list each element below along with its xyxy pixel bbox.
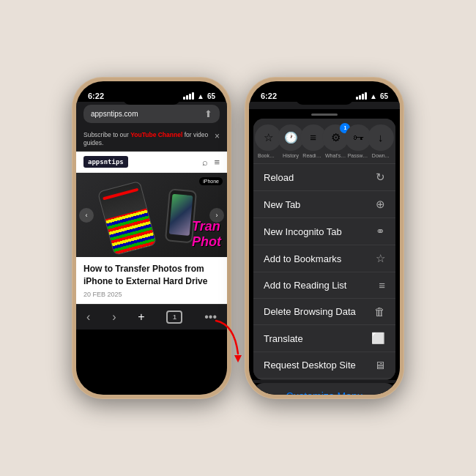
reading-list-label: Reading List <box>302 153 324 159</box>
arrow-annotation <box>212 317 249 364</box>
password-icon: 🗝 <box>353 131 364 144</box>
right-phone: 6:22 ▲ 65 <box>245 77 404 399</box>
svg-marker-0 <box>234 355 242 362</box>
wifi-icon-right: ▲ <box>370 92 377 100</box>
menu-item-reading-list[interactable]: Add to Reading List ≡ <box>253 272 395 299</box>
menu-item-desktop-site[interactable]: Request Desktop Site 🖥 <box>253 352 395 379</box>
tab-count-button[interactable]: 1 <box>166 310 182 324</box>
signal-icon <box>183 92 194 100</box>
menu-icon-whats-new[interactable]: ⚙ 1 What's New <box>325 124 346 159</box>
forward-button[interactable]: › <box>112 310 116 324</box>
sheet-pill <box>311 114 338 116</box>
article-title: How to Transfer Photos from iPhone to Ex… <box>83 263 220 288</box>
menu-item-new-tab[interactable]: New Tab ⊕ <box>253 191 395 218</box>
history-label: History <box>280 153 302 159</box>
signal-icon-right <box>356 92 367 100</box>
status-icons-right: ▲ 65 <box>356 92 388 100</box>
menu-icon-password[interactable]: 🗝 Password Manager <box>348 124 369 159</box>
add-tab-button[interactable]: + <box>138 310 144 324</box>
url-bar-icons: ⬆ <box>204 108 212 119</box>
phone-screen-mini <box>169 193 193 235</box>
site-header-icons: ⌕ ≡ <box>202 157 220 168</box>
reading-list-icon: ≡ <box>310 131 316 144</box>
url-bar[interactable]: appsntips.com ⬆ <box>83 105 220 123</box>
menu-sheet: ☆ Bookmarks 🕐 History ≡ <box>253 119 395 380</box>
delete-browsing-icon: 🗑 <box>374 305 385 318</box>
search-icon[interactable]: ⌕ <box>202 157 208 168</box>
add-bookmarks-label: Add to Bookmarks <box>264 253 341 264</box>
new-tab-icon: ⊕ <box>376 198 385 211</box>
share-icon[interactable]: ⬆ <box>204 108 212 119</box>
hero-overlay-text: TranPhot <box>192 219 221 250</box>
menu-icon-downloads[interactable]: ↓ Down... <box>370 124 391 159</box>
ssd-device <box>97 180 157 255</box>
history-icon: 🕐 <box>284 131 298 144</box>
reload-label: Reload <box>264 172 294 183</box>
banner-link[interactable]: YouTube Channel <box>130 131 182 138</box>
incognito-label: New Incognito Tab <box>264 226 342 237</box>
browser-toolbar: ‹ › + 1 ••• <box>76 304 227 330</box>
banner: Subscribe to our YouTube Channel for vid… <box>76 127 227 152</box>
desktop-site-icon: 🖥 <box>374 359 385 371</box>
wifi-icon: ▲ <box>197 92 204 100</box>
hero-next-button[interactable]: › <box>209 208 224 223</box>
time-left: 6:22 <box>88 92 104 100</box>
site-logo: appsntips <box>83 156 128 168</box>
translate-icon: ⬜ <box>371 332 385 345</box>
add-reading-list-icon: ≡ <box>379 279 385 291</box>
article-body: How to Transfer Photos from iPhone to Ex… <box>76 257 227 304</box>
menu-item-translate[interactable]: Translate ⬜ <box>253 325 395 352</box>
menu-item-delete-browsing[interactable]: Delete Browsing Data 🗑 <box>253 299 395 325</box>
hero-prev-button[interactable]: ‹ <box>79 208 94 223</box>
customize-container: Customize Menu <box>253 383 395 395</box>
menu-item-reload[interactable]: Reload ↻ <box>253 164 395 191</box>
new-tab-label: New Tab <box>264 199 300 210</box>
password-label: Password Manager <box>348 153 369 159</box>
menu-icons-row: ☆ Bookmarks 🕐 History ≡ <box>253 119 395 164</box>
left-phone: 6:22 ▲ 65 appsntips.com <box>72 77 231 399</box>
hero-image: iPhone TranPhot ‹ › <box>76 173 227 257</box>
translate-label: Translate <box>264 333 303 344</box>
menu-icon-history[interactable]: 🕐 History <box>280 124 302 159</box>
dynamic-island <box>122 89 181 105</box>
article-date: 20 FEB 2025 <box>83 291 220 298</box>
time-right: 6:22 <box>261 92 277 100</box>
desktop-site-label: Request Desktop Site <box>264 360 356 371</box>
bookmarks-icon: ☆ <box>264 131 273 144</box>
downloads-icon: ↓ <box>378 131 384 144</box>
battery-left: 65 <box>207 92 215 100</box>
menu-item-incognito[interactable]: New Incognito Tab ⚭ <box>253 218 395 245</box>
downloads-label: Down... <box>370 153 391 159</box>
menu-item-add-bookmarks[interactable]: Add to Bookmarks ☆ <box>253 245 395 272</box>
ssd-stripe <box>103 187 138 200</box>
add-reading-list-label: Add to Reading List <box>264 280 346 291</box>
menu-items-list: Reload ↻ New Tab ⊕ New Incognito Tab ⚭ <box>253 164 395 379</box>
banner-text: Subscribe to our YouTube Channel for vid… <box>83 131 215 147</box>
status-icons-left: ▲ 65 <box>183 92 215 100</box>
url-text: appsntips.com <box>91 110 138 118</box>
downloads-icon-circle: ↓ <box>368 124 394 151</box>
menu-icon[interactable]: ≡ <box>214 157 220 168</box>
browser-chrome: appsntips.com ⬆ <box>76 102 227 127</box>
right-phone-content: ☆ Bookmarks 🕐 History ≡ <box>249 102 400 395</box>
page-content: appsntips ⌕ ≡ iPhone <box>76 152 227 304</box>
dynamic-island-right <box>295 89 354 105</box>
incognito-icon: ⚭ <box>376 225 385 238</box>
reload-icon: ↻ <box>376 171 385 184</box>
back-button[interactable]: ‹ <box>86 310 90 324</box>
menu-icon-bookmarks[interactable]: ☆ Bookmarks <box>258 124 279 159</box>
whats-new-label: What's New <box>325 153 346 159</box>
bookmarks-label: Bookmarks <box>258 153 279 159</box>
banner-close-button[interactable]: × <box>215 131 220 143</box>
site-header: appsntips ⌕ ≡ <box>76 152 227 173</box>
delete-browsing-label: Delete Browsing Data <box>264 306 356 317</box>
whats-new-icon: ⚙ <box>331 131 341 144</box>
menu-icon-reading-list[interactable]: ≡ Reading List <box>302 124 324 159</box>
add-bookmarks-icon: ☆ <box>376 252 385 265</box>
battery-right: 65 <box>380 92 388 100</box>
customize-menu-button[interactable]: Customize Menu <box>253 383 395 395</box>
